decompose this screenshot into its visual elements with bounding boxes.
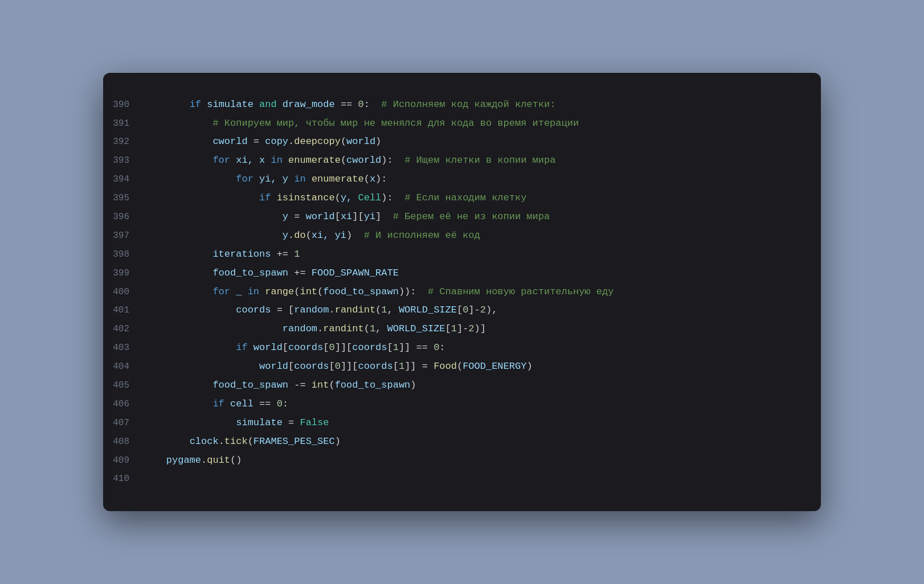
code-line: 391 # Копируем мир, чтобы мир не менялся… [103,114,821,133]
code-line: 400 for _ in range(int(food_to_spawn)): … [103,283,821,302]
line-content: cworld = copy.deepcopy(world) [143,134,821,150]
line-number: 390 [103,97,143,113]
line-number: 409 [103,453,143,468]
line-number: 399 [103,266,143,281]
line-number: 398 [103,247,143,262]
line-content: y.do(xi, yi) # И исполняем её код [143,228,821,244]
code-line: 393 for xi, x in enumerate(cworld): # Ищ… [103,151,821,170]
line-number: 401 [103,303,143,318]
code-line: 406 if cell == 0: [103,395,821,414]
code-line: 402 random.randint(1, WORLD_SIZE[1]-2)] [103,320,821,339]
code-line: 404 world[coords[0]][coords[1]] = Food(F… [103,357,821,376]
line-content [143,471,821,487]
line-content: for _ in range(int(food_to_spawn)): # Сп… [143,284,821,301]
code-line: 409 pygame.quit() [103,451,821,470]
line-content: if isinstance(y, Cell): # Если находим к… [143,190,821,207]
line-number: 405 [103,378,143,393]
line-number: 392 [103,134,143,150]
code-line: 407 simulate = False [103,414,821,433]
code-line: 410 [103,470,821,488]
code-line: 401 coords = [random.randint(1, WORLD_SI… [103,301,821,320]
line-number: 410 [103,471,143,487]
line-number: 396 [103,209,143,225]
line-number: 395 [103,191,143,206]
line-number: 400 [103,285,143,300]
line-content: # Копируем мир, чтобы мир не менялся для… [143,116,821,132]
line-number: 397 [103,228,143,244]
code-line: 399 food_to_spawn += FOOD_SPAWN_RATE [103,264,821,283]
code-line: 390 if simulate and draw_mode == 0: # Ис… [103,96,821,114]
code-line: 398 iterations += 1 [103,245,821,264]
line-content: simulate = False [143,415,821,431]
code-editor: 390 if simulate and draw_mode == 0: # Ис… [103,73,821,512]
line-content: if simulate and draw_mode == 0: # Исполн… [143,97,821,113]
code-line: 405 food_to_spawn -= int(food_to_spawn) [103,376,821,395]
code-line: 397 y.do(xi, yi) # И исполняем её код [103,227,821,245]
line-number: 394 [103,172,143,187]
line-number: 391 [103,116,143,131]
line-content: coords = [random.randint(1, WORLD_SIZE[0… [143,302,821,319]
line-number: 404 [103,359,143,375]
line-content: food_to_spawn += FOOD_SPAWN_RATE [143,265,821,282]
line-content: if world[coords[0]][coords[1]] == 0: [143,340,821,356]
line-content: iterations += 1 [143,246,821,263]
code-line: 394 for yi, y in enumerate(x): [103,170,821,189]
code-line: 396 y = world[xi][yi] # Берем её не из к… [103,208,821,227]
line-content: pygame.quit() [143,453,821,469]
line-content: random.randint(1, WORLD_SIZE[1]-2)] [143,321,821,338]
line-number: 393 [103,153,143,168]
line-number: 403 [103,340,143,356]
line-content: for xi, x in enumerate(cworld): # Ищем к… [143,153,821,169]
line-content: world[coords[0]][coords[1]] = Food(FOOD_… [143,359,821,375]
line-number: 406 [103,397,143,412]
code-line: 403 if world[coords[0]][coords[1]] == 0: [103,339,821,357]
code-line: 395 if isinstance(y, Cell): # Если наход… [103,189,821,208]
line-content: food_to_spawn -= int(food_to_spawn) [143,377,821,394]
line-content: if cell == 0: [143,396,821,413]
line-content: clock.tick(FRAMES_PES_SEC) [143,434,821,450]
code-block: 390 if simulate and draw_mode == 0: # Ис… [103,96,821,489]
code-line: 408 clock.tick(FRAMES_PES_SEC) [103,433,821,451]
line-content: for yi, y in enumerate(x): [143,171,821,188]
line-number: 402 [103,322,143,337]
code-line: 392 cworld = copy.deepcopy(world) [103,133,821,151]
line-content: y = world[xi][yi] # Берем её не из копии… [143,209,821,225]
line-number: 407 [103,416,143,431]
line-number: 408 [103,434,143,450]
